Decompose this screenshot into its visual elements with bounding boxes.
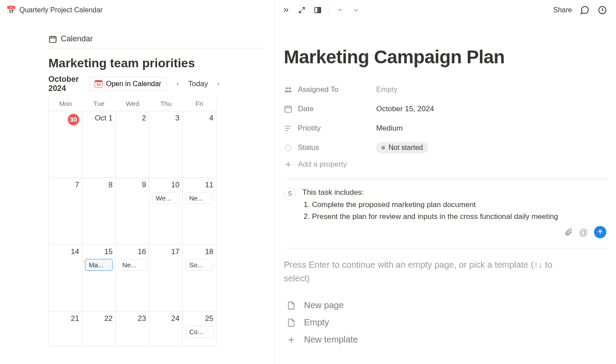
property-assigned-to[interactable]: Assigned To Empty [284,80,609,99]
calendar-cell[interactable]: 10We... [149,178,183,244]
day-number: 7 [51,181,79,189]
comment-item-2: Present the plan for review and inputs i… [312,211,558,222]
comments-icon[interactable] [580,5,590,15]
day-number: 14 [51,248,79,256]
calendar-cell[interactable]: 15Ma... [82,245,116,311]
day-number: 8 [85,181,113,189]
dow-header: Thu [149,96,183,111]
calendar-cell[interactable]: 3 [149,111,183,178]
svg-rect-6 [285,106,292,112]
day-number: 17 [152,248,180,256]
divider [284,178,609,179]
calendar-cell[interactable]: 25Co... [183,312,216,346]
status-chip[interactable]: Not started [376,142,428,153]
mention-icon[interactable]: @ [579,227,588,237]
template-empty[interactable]: Empty [286,317,609,328]
calendar-cell[interactable]: 11Ne... [183,178,216,244]
peek-mode-icon[interactable] [313,5,323,15]
template-new-page[interactable]: New page [286,300,609,310]
next-month-button[interactable] [213,80,224,88]
calendar-event[interactable]: We... [152,192,180,204]
page-title[interactable]: Marketing Campaign Plan [284,47,609,68]
calendar-cell[interactable]: 30 [49,111,82,178]
svg-rect-0 [50,36,56,42]
calendar-event[interactable]: Ne... [118,259,146,271]
calendar-cell[interactable]: 16Ne... [116,245,149,311]
day-number: 16 [118,248,146,256]
add-property-button[interactable]: Add a property [284,160,609,169]
expand-icon[interactable] [297,5,307,15]
day-number: 10 [152,181,180,189]
comment-block[interactable]: S This task includes: Complete the propo… [284,187,609,222]
open-in-calendar-button[interactable]: 30 Open in Calendar [89,77,167,91]
today-button[interactable]: Today [188,80,208,88]
calendar-event[interactable]: Ma... [85,259,113,271]
day-number: 3 [152,114,180,123]
dow-header: Wed [116,96,149,111]
day-number: Oct 1 [85,114,113,123]
page-icon [286,301,296,310]
property-priority[interactable]: Priotity Medium [284,119,609,138]
calendar-cell[interactable]: 22 [82,312,116,346]
day-number: 23 [118,314,146,323]
next-item-icon[interactable] [351,5,361,15]
calendar-mini-icon: 30 [95,80,103,88]
empty-page-hint: Press Enter to continue with an empty pa… [284,258,574,285]
view-tab-label: Calendar [61,34,93,44]
calendar-small-icon [284,105,293,113]
calendar-cell[interactable]: 2 [116,111,149,178]
calendar-cell[interactable]: 24 [149,312,183,346]
priority-value[interactable]: Medium [376,124,403,133]
calendar-icon [48,35,57,44]
property-status[interactable]: Status Not started [284,138,609,157]
calendar-cell[interactable]: Oct 1 [82,111,116,178]
day-number: 9 [118,181,146,189]
plus-icon [286,335,296,345]
calendar-cell[interactable]: 14 [49,245,82,311]
template-new-template[interactable]: New template [286,335,609,345]
calendar-cell[interactable]: 23 [116,312,149,346]
day-number: 25 [185,314,213,323]
calendar-cell[interactable]: 7 [49,178,82,244]
calendar-emoji-icon: 📅 [6,6,16,14]
calendar-cell[interactable]: 18So... [183,245,216,311]
breadcrumb[interactable]: 📅 Quarterly Project Calendar [6,6,103,14]
assigned-value[interactable]: Empty [376,85,397,94]
calendar-cell[interactable]: 17 [149,245,183,311]
updates-icon[interactable] [598,5,607,15]
divider [284,248,609,248]
svg-point-4 [286,87,288,89]
prev-item-icon[interactable] [335,5,345,15]
separator [329,6,329,14]
view-tab-calendar[interactable]: Calendar [48,34,264,48]
calendar-cell[interactable]: 8 [82,178,116,244]
property-date[interactable]: Date October 15, 2024 [284,99,609,119]
calendar-event[interactable]: Ne... [185,192,213,204]
dow-header: Mon [49,96,82,111]
calendar-cell[interactable]: 21 [49,312,82,346]
prev-month-button[interactable] [172,80,183,88]
collapse-icon[interactable] [281,5,291,15]
calendar-grid: MonTueWedThuFri 30Oct 123478910We...11Ne… [48,96,216,346]
calendar-event[interactable]: Co... [185,326,213,338]
share-button[interactable]: Share [553,6,572,14]
comment-lead: This task includes: [302,187,558,198]
day-number: 24 [152,314,180,323]
svg-rect-2 [318,7,321,13]
send-button[interactable] [594,226,606,238]
date-value[interactable]: October 15, 2024 [376,105,434,113]
dow-header: Tue [82,96,116,111]
breadcrumb-title: Quarterly Project Calendar [19,6,103,14]
day-number: 4 [185,114,213,123]
svg-point-5 [289,87,291,89]
svg-point-7 [285,145,291,150]
lines-icon [284,124,293,133]
calendar-cell[interactable]: 9 [116,178,149,244]
calendar-cell[interactable]: 4 [183,111,216,178]
attach-icon[interactable] [564,228,573,237]
avatar: S [284,188,296,200]
day-number: 22 [85,314,113,323]
calendar-event[interactable]: So... [185,259,213,271]
page-icon [286,318,296,328]
day-number: 11 [185,181,213,189]
